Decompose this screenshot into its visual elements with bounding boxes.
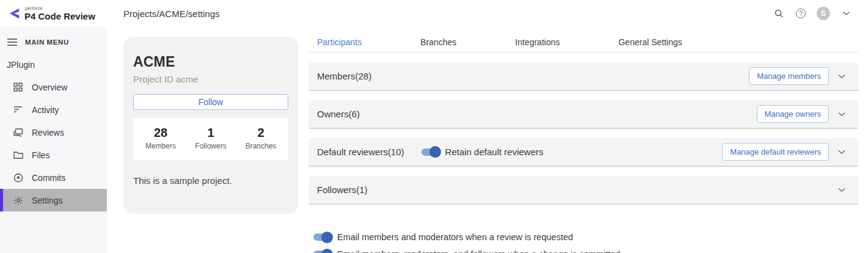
followers-section-row: Followers(1) [308, 176, 858, 205]
project-id: Project ID acme [133, 74, 288, 84]
activity-icon [13, 105, 23, 115]
email-change-committed-label: Email members, moderators, and followers… [337, 249, 620, 253]
perforce-logo-icon [7, 7, 21, 20]
main-content: ACME Project ID acme Follow 28 Members 1… [107, 27, 868, 253]
members-label: Members [136, 142, 186, 150]
app-logo[interactable]: perforce P4 Code Review [0, 6, 108, 21]
email-change-committed-toggle[interactable] [313, 251, 331, 253]
sidebar-item-label: Settings [32, 196, 63, 205]
members-chevron-down-icon[interactable] [834, 74, 850, 79]
sidebar-item-label: Files [32, 150, 50, 160]
top-header: perforce P4 Code Review Projects/ACME/se… [0, 0, 868, 27]
sidebar-item-label: Activity [32, 105, 59, 115]
owners-section-title: Owners(6) [317, 109, 360, 119]
retain-default-reviewers-label: Retain default reviewers [445, 147, 544, 157]
sidebar-item-settings[interactable]: Settings [0, 189, 107, 211]
search-icon[interactable] [773, 7, 785, 20]
email-review-requested-toggle[interactable] [313, 233, 331, 241]
followers-chevron-down-icon[interactable] [834, 188, 850, 193]
folder-icon [13, 150, 23, 160]
email-change-committed-row: Email members, moderators, and followers… [313, 249, 620, 253]
tab-integrations[interactable]: Integrations [506, 37, 568, 47]
retain-default-reviewers-toggle[interactable] [421, 148, 439, 156]
project-card: ACME Project ID acme Follow 28 Members 1… [123, 37, 298, 214]
manage-members-button[interactable]: Manage members [749, 67, 829, 85]
tab-general-settings[interactable]: General Settings [610, 37, 690, 47]
stat-members: 28 Members [136, 126, 186, 150]
members-count: 28 [136, 126, 186, 140]
sidebar-item-label: Overview [32, 82, 67, 92]
manage-owners-button[interactable]: Manage owners [757, 105, 830, 123]
branches-label: Branches [236, 142, 286, 150]
followers-section-title: Followers(1) [317, 185, 368, 195]
avatar[interactable]: S [817, 7, 830, 20]
sidebar-item-overview[interactable]: Overview [0, 76, 107, 98]
sidebar-item-jplugin[interactable]: JPlugin [0, 53, 107, 76]
email-review-requested-label: Email members and moderators when a revi… [337, 232, 573, 242]
follow-button[interactable]: Follow [133, 94, 288, 110]
members-section-title: Members(28) [317, 71, 371, 81]
followers-count: 1 [186, 126, 236, 140]
stat-branches: 2 Branches [236, 126, 286, 150]
sidebar-item-reviews[interactable]: Reviews [0, 121, 107, 144]
reviews-icon [13, 127, 23, 138]
followers-label: Followers [186, 142, 236, 150]
tab-branches[interactable]: Branches [412, 37, 465, 47]
sidebar-item-commits[interactable]: Commits [0, 166, 107, 189]
sidebar: MAIN MENU JPlugin Overview Activity Revi… [0, 27, 107, 253]
sidebar-item-label: Reviews [32, 128, 64, 138]
logo-app-name: P4 Code Review [24, 12, 95, 21]
project-stats: 28 Members 1 Followers 2 Branches [133, 118, 288, 160]
sidebar-item-files[interactable]: Files [0, 144, 107, 166]
project-name: ACME [133, 54, 288, 70]
main-menu-toggle[interactable]: MAIN MENU [0, 31, 107, 53]
project-description: This is a sample project. [133, 175, 288, 186]
branches-count: 2 [236, 126, 286, 140]
sidebar-item-activity[interactable]: Activity [0, 98, 107, 121]
commit-icon [13, 172, 23, 183]
logo-perforce-label: perforce [25, 6, 95, 10]
jplugin-label: JPlugin [7, 60, 35, 70]
grid-icon [13, 82, 23, 92]
email-notification-settings: Email members and moderators when a revi… [313, 232, 620, 253]
main-menu-label: MAIN MENU [25, 38, 69, 46]
settings-tabs: Participants Branches Integrations Gener… [308, 32, 858, 53]
sidebar-item-label: Commits [32, 173, 65, 183]
gear-icon [13, 195, 23, 205]
stat-followers: 1 Followers [186, 126, 236, 150]
account-chevron-down-icon[interactable] [840, 7, 852, 20]
default-reviewers-section-title: Default reviewers(10) [317, 147, 404, 157]
email-review-requested-row: Email members and moderators when a revi… [313, 232, 620, 242]
hamburger-icon [7, 37, 17, 47]
owners-chevron-down-icon[interactable] [834, 112, 850, 117]
default-reviewers-section-row: Default reviewers(10) Retain default rev… [308, 138, 858, 167]
members-section-row: Members(28) Manage members [308, 62, 858, 91]
manage-default-reviewers-button[interactable]: Manage default reviewers [722, 143, 829, 161]
participants-sections: Members(28) Manage members Owners(6) Man… [308, 62, 858, 214]
tab-participants[interactable]: Participants [308, 37, 370, 47]
help-icon[interactable]: ? [795, 7, 807, 20]
default-reviewers-chevron-down-icon[interactable] [834, 150, 850, 155]
breadcrumb-title: Projects/ACME/settings [123, 9, 220, 19]
owners-section-row: Owners(6) Manage owners [308, 100, 858, 129]
